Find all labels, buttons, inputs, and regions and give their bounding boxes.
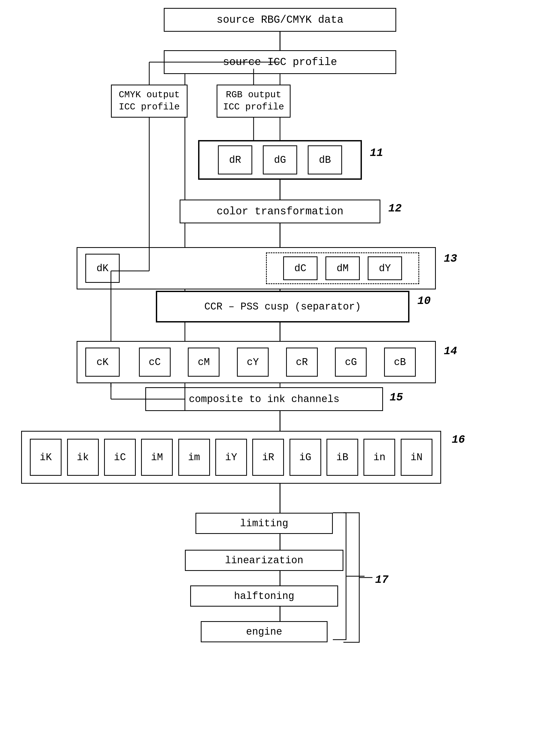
iY-box: iY: [215, 439, 247, 476]
cK-box: cK: [85, 347, 120, 377]
ccr-pss-box: CCR – PSS cusp (separator): [156, 291, 409, 322]
box-13-outer: dK dC dM dY: [77, 247, 436, 289]
label-13: 13: [444, 252, 457, 265]
box-14-outer: cK cC cM cY cR cG cB: [77, 341, 436, 383]
iB-box: iB: [326, 439, 358, 476]
dG-box: dG: [263, 145, 297, 174]
engine-box: engine: [201, 621, 328, 642]
linearization-box: linearization: [185, 550, 343, 571]
iK-box: iK: [30, 439, 62, 476]
composite-box: composite to ink channels: [145, 387, 383, 411]
cR-box: cR: [286, 347, 318, 377]
cG-box: cG: [335, 347, 367, 377]
cB-box: cB: [384, 347, 416, 377]
ik-box: ik: [67, 439, 99, 476]
cM-box: cM: [188, 347, 220, 377]
dM-box: dM: [325, 256, 360, 280]
in-box: in: [363, 439, 395, 476]
dcmy-group-box: dC dM dY: [266, 252, 419, 284]
label-12: 12: [388, 202, 402, 215]
label-10: 10: [417, 295, 431, 307]
diagram: source RBG/CMYK data source ICC profile …: [0, 0, 560, 734]
dR-box: dR: [218, 145, 252, 174]
iN-box: iN: [401, 439, 432, 476]
iM-box: iM: [141, 439, 173, 476]
iG-box: iG: [290, 439, 321, 476]
im-box: im: [178, 439, 210, 476]
dC-box: dC: [283, 256, 318, 280]
source-icc-box: source ICC profile: [164, 50, 396, 74]
label-15: 15: [390, 391, 403, 404]
label-11: 11: [370, 147, 383, 159]
box-16-outer: iK ik iC iM im iY iR iG iB in iN: [21, 431, 441, 484]
iC-box: iC: [104, 439, 136, 476]
label-16: 16: [452, 434, 465, 446]
halftoning-box: halftoning: [190, 586, 338, 607]
color-transform-box: color transformation: [180, 199, 380, 223]
dK-box: dK: [85, 254, 120, 283]
source-data-box: source RBG/CMYK data: [164, 8, 396, 32]
dB-box: dB: [308, 145, 342, 174]
limiting-box: limiting: [195, 513, 333, 534]
cmyk-output-box: CMYK output ICC profile: [111, 85, 188, 118]
cY-box: cY: [237, 347, 269, 377]
dY-box: dY: [368, 256, 402, 280]
label-14: 14: [444, 345, 457, 357]
label-17: 17: [375, 574, 388, 586]
drgb-group-box: dR dG dB: [198, 140, 362, 180]
cC-box: cC: [139, 347, 171, 377]
iR-box: iR: [252, 439, 284, 476]
rgb-output-box: RGB output ICC profile: [217, 85, 291, 118]
